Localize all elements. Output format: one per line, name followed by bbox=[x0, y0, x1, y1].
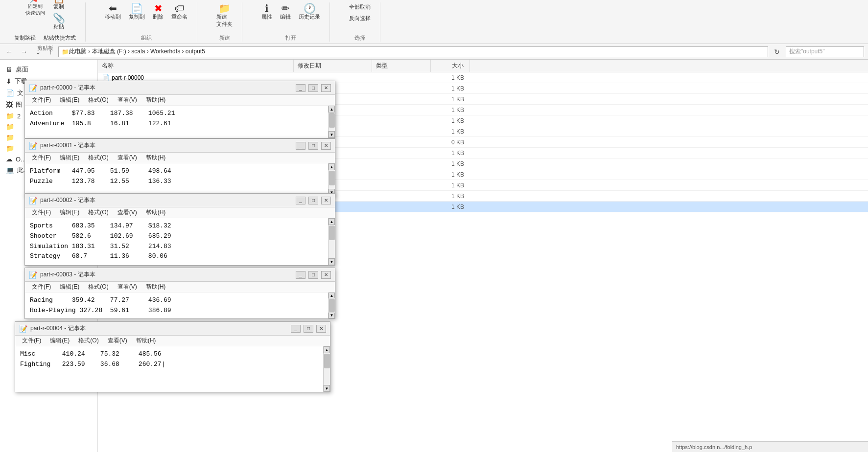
notepad-4-content[interactable]: Misc 410.24 75.32 485.56 Fighting 223.59… bbox=[15, 346, 323, 392]
copy-to-button[interactable]: 📄 复制到 bbox=[127, 2, 147, 22]
col-header-size[interactable]: 大小 bbox=[431, 60, 470, 72]
invert-selection-button[interactable]: 反向选择 bbox=[347, 14, 373, 23]
notepad-0-menu-view[interactable]: 查看(V) bbox=[114, 95, 141, 105]
notepad-4-titlebar[interactable]: 📝 part-r-00004 - 记事本 _ □ ✕ bbox=[15, 322, 330, 336]
notepad-4-menu-format[interactable]: 格式(O) bbox=[74, 336, 102, 346]
notepad-2-menu-format[interactable]: 格式(O) bbox=[84, 207, 112, 218]
notepad-3-menu-help[interactable]: 帮助(H) bbox=[142, 282, 170, 292]
notepad-1-scroll-up[interactable]: ▲ bbox=[328, 163, 335, 170]
pin-quick-access-button[interactable]: 📌 固定到快速访问 bbox=[23, 0, 47, 31]
copy-path-button[interactable]: 复制路径 bbox=[12, 33, 38, 43]
notepad-4-menu-view[interactable]: 查看(V) bbox=[104, 336, 131, 346]
copy-button[interactable]: 📋 复制 bbox=[51, 0, 67, 11]
notepad-2-icon: 📝 bbox=[29, 197, 37, 204]
edit-button[interactable]: ✏ 编辑 bbox=[278, 2, 293, 22]
col-header-name[interactable]: 名称 bbox=[98, 60, 294, 72]
notepad-2-content[interactable]: Sports 683.35 134.97 $18.32 Shooter 582.… bbox=[25, 218, 328, 265]
notepad-2-menu-file[interactable]: 文件(F) bbox=[28, 207, 55, 218]
notepad-1-scrollbar[interactable]: ▲ ▼ bbox=[328, 163, 335, 196]
notepad-1-titlebar[interactable]: 📝 part-r-00001 - 记事本 _ □ ✕ bbox=[25, 139, 335, 153]
notepad-2-menu-help[interactable]: 帮助(H) bbox=[142, 207, 170, 218]
notepad-3-menu-format[interactable]: 格式(O) bbox=[84, 282, 112, 292]
notepad-1-minimize[interactable]: _ bbox=[296, 142, 305, 150]
recent-button[interactable]: ⌄ bbox=[33, 47, 43, 57]
notepad-1-menu-view[interactable]: 查看(V) bbox=[114, 153, 141, 163]
notepad-0-scrollbar[interactable]: ▲ ▼ bbox=[328, 106, 335, 138]
notepad-3-maximize[interactable]: □ bbox=[308, 271, 318, 279]
notepad-4-maximize[interactable]: □ bbox=[304, 325, 313, 333]
notepad-3-minimize[interactable]: _ bbox=[296, 271, 305, 279]
notepad-1-scroll-thumb[interactable] bbox=[329, 171, 335, 185]
notepad-3-scroll-thumb[interactable] bbox=[329, 299, 335, 312]
move-to-button[interactable]: ⬅ 移动到 bbox=[103, 2, 123, 22]
refresh-button[interactable]: ↻ bbox=[772, 47, 782, 57]
sidebar-item-desktop[interactable]: 🖥 桌面 bbox=[0, 64, 97, 75]
notepad-4-scrollbar[interactable]: ▲ ▼ bbox=[323, 346, 330, 392]
notepad-3-scroll-up[interactable]: ▲ bbox=[328, 293, 335, 298]
open-label: 打开 bbox=[285, 34, 296, 42]
delete-button[interactable]: ✖ 删除 bbox=[151, 2, 165, 22]
notepad-0-menu-format[interactable]: 格式(O) bbox=[84, 95, 112, 105]
notepad-4-scroll-thumb[interactable] bbox=[324, 354, 330, 368]
notepad-0-close[interactable]: ✕ bbox=[321, 84, 331, 92]
notepad-0-scroll-down[interactable]: ▼ bbox=[328, 131, 335, 138]
notepad-3-content[interactable]: Racing 359.42 77.27 436.69 Role-Playing … bbox=[25, 293, 328, 318]
paste-button[interactable]: 📎 粘贴 bbox=[51, 12, 67, 31]
rename-button[interactable]: 🏷 重命名 bbox=[169, 2, 189, 22]
notepad-2-maximize[interactable]: □ bbox=[308, 197, 318, 204]
notepad-2-scroll-down[interactable]: ▼ bbox=[328, 258, 335, 265]
paste-shortcut-button[interactable]: 粘贴快捷方式 bbox=[42, 33, 78, 43]
notepad-2-menu-edit[interactable]: 编辑(E) bbox=[56, 207, 83, 218]
select-all-button[interactable]: 全部取消 bbox=[347, 2, 373, 12]
notepad-4-scroll-down[interactable]: ▼ bbox=[324, 385, 330, 392]
notepad-0-menu-help[interactable]: 帮助(H) bbox=[142, 95, 170, 105]
address-path[interactable]: 📁 此电脑 › 本地磁盘 (F:) › scala › Workerhdfs ›… bbox=[58, 46, 768, 57]
up-button[interactable]: ↑ bbox=[47, 47, 54, 57]
notepad-0-scroll-thumb[interactable] bbox=[329, 113, 335, 128]
notepad-3-menu-view[interactable]: 查看(V) bbox=[114, 282, 141, 292]
notepad-4-menu-file[interactable]: 文件(F) bbox=[18, 336, 45, 346]
col-header-type[interactable]: 类型 bbox=[372, 60, 431, 72]
notepad-4-menu-help[interactable]: 帮助(H) bbox=[132, 336, 160, 346]
notepad-3-close[interactable]: ✕ bbox=[321, 271, 331, 279]
notepad-1-menu-file[interactable]: 文件(F) bbox=[28, 153, 55, 163]
notepad-0-minimize[interactable]: _ bbox=[296, 84, 305, 92]
notepad-1-maximize[interactable]: □ bbox=[308, 142, 318, 150]
back-button[interactable]: ← bbox=[4, 47, 15, 57]
notepad-0-maximize[interactable]: □ bbox=[308, 84, 318, 92]
notepad-3-titlebar[interactable]: 📝 part-r-00003 - 记事本 _ □ ✕ bbox=[25, 268, 335, 282]
notepad-2-scrollbar[interactable]: ▲ ▼ bbox=[328, 218, 335, 265]
new-folder-button[interactable]: 📁 新建文件夹 bbox=[214, 2, 235, 29]
notepad-3-menu-file[interactable]: 文件(F) bbox=[28, 282, 55, 292]
notepad-2-scroll-up[interactable]: ▲ bbox=[328, 218, 335, 225]
notepad-0-menu-file[interactable]: 文件(F) bbox=[28, 95, 55, 105]
notepad-2-titlebar[interactable]: 📝 part-r-00002 - 记事本 _ □ ✕ bbox=[25, 194, 335, 207]
forward-button[interactable]: → bbox=[19, 47, 29, 57]
notepad-1-menu-format[interactable]: 格式(O) bbox=[84, 153, 112, 163]
notepad-0-titlebar[interactable]: 📝 part-r-00000 - 记事本 _ □ ✕ bbox=[25, 81, 335, 95]
notepad-4-scroll-up[interactable]: ▲ bbox=[324, 346, 330, 353]
notepad-2-minimize[interactable]: _ bbox=[296, 197, 305, 204]
notepad-2-menu-view[interactable]: 查看(V) bbox=[114, 207, 141, 218]
notepad-4-menu-edit[interactable]: 编辑(E) bbox=[46, 336, 73, 346]
notepad-1-menu-help[interactable]: 帮助(H) bbox=[142, 153, 170, 163]
search-box[interactable]: 搜索"output5" bbox=[786, 46, 864, 57]
col-header-date[interactable]: 修改日期 bbox=[294, 60, 372, 72]
notepad-0-scroll-up[interactable]: ▲ bbox=[328, 106, 335, 113]
notepad-1-content[interactable]: Platform 447.05 51.59 498.64 Puzzle 123.… bbox=[25, 163, 328, 196]
notepad-2-scroll-thumb[interactable] bbox=[329, 226, 335, 240]
notepad-3-menu-edit[interactable]: 编辑(E) bbox=[56, 282, 83, 292]
history-button[interactable]: 🕐 历史记录 bbox=[297, 2, 322, 22]
notepad-3-scroll-down[interactable]: ▼ bbox=[328, 313, 335, 318]
notepad-4-minimize[interactable]: _ bbox=[291, 325, 301, 333]
notepad-3-scrollbar[interactable]: ▲ ▼ bbox=[328, 293, 335, 318]
notepad-4-close[interactable]: ✕ bbox=[316, 325, 326, 333]
properties-button[interactable]: ℹ 属性 bbox=[259, 2, 274, 22]
notepad-0-menu-edit[interactable]: 编辑(E) bbox=[56, 95, 83, 105]
notepad-0-content[interactable]: Action $77.83 187.38 1065.21 Adventure 1… bbox=[25, 106, 328, 138]
notepad-1-menu-edit[interactable]: 编辑(E) bbox=[56, 153, 83, 163]
toolbar-group-clipboard: 📌 固定到快速访问 📋 复制 📎 粘贴 复制路径 粘贴快捷方式 bbox=[5, 2, 86, 42]
notepad-1-close[interactable]: ✕ bbox=[321, 142, 331, 150]
toolbar-group-select: 全部取消 反向选择 选择 bbox=[340, 2, 380, 42]
notepad-2-close[interactable]: ✕ bbox=[321, 197, 331, 204]
